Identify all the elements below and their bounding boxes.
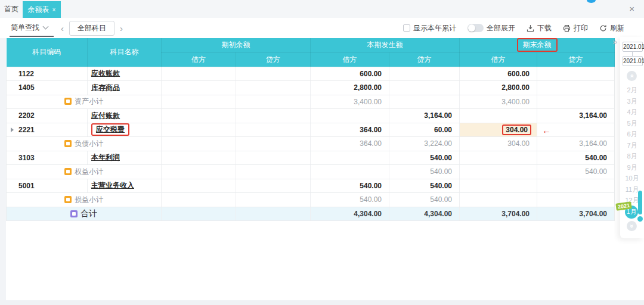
- account-name-link[interactable]: 本年利润: [91, 153, 120, 161]
- next-subject-icon[interactable]: ›: [120, 24, 123, 33]
- subheader-credit: 贷方: [236, 52, 311, 67]
- month-item[interactable]: 6月: [620, 129, 644, 140]
- tab-home[interactable]: 首页: [0, 0, 23, 18]
- period-end-input[interactable]: 2021.01: [623, 56, 643, 66]
- month-scrollbar[interactable]: [638, 191, 642, 214]
- prev-subject-icon[interactable]: ‹: [61, 24, 64, 33]
- table-row-account: 2221应交税费364.0060.00304.00←: [7, 123, 615, 137]
- amount-cell[interactable]: 540.00: [311, 179, 389, 193]
- account-code-cell: 1122: [7, 67, 88, 81]
- account-name-link[interactable]: 库存商品: [91, 83, 120, 92]
- refresh-button[interactable]: 刷新: [599, 23, 624, 33]
- chevron-down-icon: »: [628, 224, 635, 228]
- month-item[interactable]: 10月: [620, 173, 644, 184]
- expand-all-toggle[interactable]: 全部展开: [467, 23, 515, 33]
- amount-cell[interactable]: 304.00←: [460, 123, 537, 137]
- scroll-up-button[interactable]: »: [627, 71, 637, 81]
- table-row-account: 1405库存商品2,800.002,800.00: [7, 81, 615, 95]
- amount-cell: 4,304.00: [311, 207, 389, 221]
- amount-cell[interactable]: 2,800.00: [460, 81, 537, 95]
- amount-cell: [236, 193, 311, 207]
- amount-cell[interactable]: 600.00: [311, 67, 389, 81]
- print-button[interactable]: 打印: [563, 23, 588, 33]
- account-name-cell: 应交税费: [88, 123, 162, 137]
- amount-cell: [389, 67, 460, 81]
- period-connector: [632, 52, 633, 56]
- account-code: 5001: [18, 182, 35, 190]
- table-row-subtotal: 权益小计540.00540.00: [7, 165, 615, 179]
- tab-label: 余额表: [28, 5, 49, 15]
- amount-cell: 3,400.00: [460, 95, 537, 109]
- subject-filter-button[interactable]: 全部科目: [69, 21, 114, 36]
- balance-table: 科目编码 科目名称 期初余额 本期发生额 期末余额 借方 贷方 借方 贷方 借方…: [6, 38, 615, 221]
- checkbox-icon[interactable]: [403, 24, 410, 32]
- account-name-link[interactable]: 应付账款: [91, 111, 120, 120]
- print-label: 打印: [574, 23, 588, 33]
- amount-cell: 540.00: [389, 165, 460, 179]
- amount-cell: [537, 193, 615, 207]
- amount-cell: [236, 81, 311, 95]
- tab-close-icon[interactable]: ×: [52, 7, 56, 13]
- month-scrollbar-handle[interactable]: [637, 216, 643, 222]
- month-item[interactable]: 9月: [620, 162, 644, 173]
- amount-cell[interactable]: 3,164.00: [389, 109, 460, 123]
- account-name-link[interactable]: 应收账款: [91, 69, 120, 77]
- month-item[interactable]: 8月: [620, 151, 644, 162]
- subtotal-icon: [64, 196, 72, 203]
- amount-cell[interactable]: 60.00: [389, 123, 460, 137]
- amount-cell: 540.00: [311, 193, 389, 207]
- show-ytd-checkbox[interactable]: 显示本年累计: [403, 23, 456, 33]
- table-row-account: 5001主营业务收入540.00540.00: [7, 179, 615, 193]
- month-item[interactable]: 4月: [620, 107, 644, 118]
- month-item[interactable]: 5月: [620, 118, 644, 129]
- scroll-down-button[interactable]: »: [627, 221, 637, 231]
- amount-cell[interactable]: 540.00: [537, 151, 615, 165]
- account-name-link[interactable]: 应交税费: [91, 123, 129, 136]
- search-mode-dropdown[interactable]: 简单查找: [10, 19, 54, 37]
- summary-label: 损益小计: [75, 195, 103, 204]
- month-item[interactable]: 2月: [620, 85, 644, 96]
- amount-cell: [236, 123, 311, 137]
- expand-arrow-icon[interactable]: [11, 127, 14, 132]
- amount-cell: [311, 109, 389, 123]
- amount-cell: [162, 123, 236, 137]
- amount-cell: [162, 137, 236, 151]
- amount-cell[interactable]: 540.00: [389, 151, 460, 165]
- amount-cell: [162, 179, 236, 193]
- balance-table-container: 科目编码 科目名称 期初余额 本期发生额 期末余额 借方 贷方 借方 贷方 借方…: [6, 38, 614, 221]
- total-icon: [70, 210, 78, 217]
- search-mode-label: 简单查找: [11, 23, 39, 33]
- summary-label-cell: 负债小计: [7, 137, 162, 151]
- tab-balance-sheet[interactable]: 余额表 ×: [23, 1, 61, 18]
- period-start-input[interactable]: 2021.01: [623, 42, 643, 52]
- account-name-cell: 本年利润: [88, 151, 162, 165]
- expand-all-label: 全部展开: [487, 23, 515, 33]
- amount-cell: [537, 95, 615, 109]
- month-item[interactable]: 3月: [620, 96, 644, 107]
- close-icon[interactable]: ×: [624, 0, 639, 18]
- amount-cell[interactable]: 3,164.00: [537, 109, 615, 123]
- month-item[interactable]: 7月: [620, 140, 644, 151]
- amount-cell[interactable]: 2,800.00: [311, 81, 389, 95]
- col-header-code: 科目编码: [7, 38, 88, 67]
- amount-cell[interactable]: 540.00: [389, 179, 460, 193]
- account-code: 2221: [18, 126, 35, 134]
- summary-label: 权益小计: [75, 167, 103, 176]
- print-icon: [563, 24, 571, 32]
- download-button[interactable]: 下载: [527, 23, 552, 33]
- amount-cell[interactable]: 600.00: [460, 67, 537, 81]
- subheader-debit: 借方: [460, 52, 537, 67]
- account-name-link[interactable]: 主营业务收入: [91, 181, 134, 189]
- amount-cell: 3,400.00: [311, 95, 389, 109]
- col-header-closing-balance: 期末余额: [460, 38, 615, 52]
- chevron-up-icon: »: [628, 74, 635, 77]
- summary-label-cell: 权益小计: [7, 165, 162, 179]
- col-header-opening-balance: 期初余额: [162, 38, 311, 52]
- amount-cell[interactable]: 364.00: [311, 123, 389, 137]
- subheader-credit: 贷方: [537, 52, 615, 67]
- toggle-off-icon[interactable]: [467, 24, 484, 32]
- annotation-arrow-icon: ←: [542, 125, 551, 135]
- collapse-panel-icon[interactable]: »: [612, 36, 617, 46]
- subtotal-icon: [64, 98, 72, 105]
- account-name-cell: 主营业务收入: [88, 179, 162, 193]
